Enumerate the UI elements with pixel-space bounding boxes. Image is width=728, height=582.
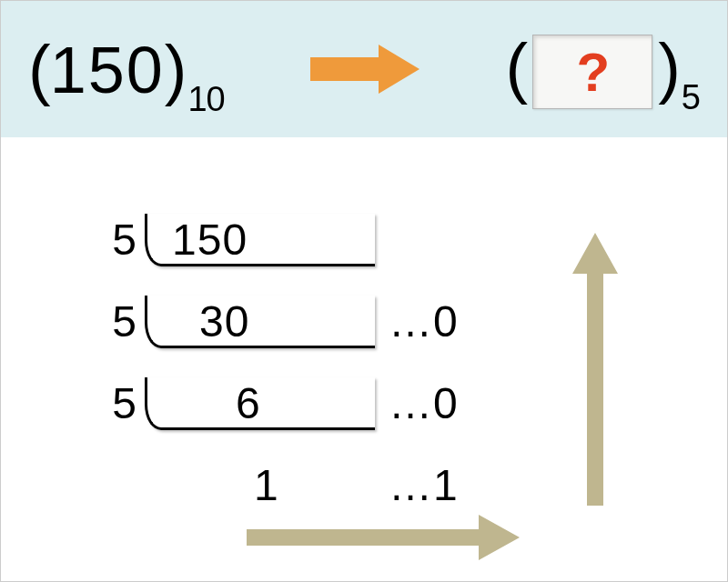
open-paren: ( (28, 31, 50, 108)
open-paren: ( (506, 29, 528, 106)
close-paren: ) (165, 31, 187, 108)
source-number: ( 150 ) 10 (28, 31, 225, 108)
svg-marker-2 (247, 515, 520, 560)
remainder: …1 (389, 460, 459, 510)
dividend: 6 (145, 378, 372, 428)
division-step: 5 150 (92, 192, 459, 265)
answer-box: ? (532, 35, 652, 109)
svg-marker-1 (572, 233, 618, 506)
target-base: 5 (682, 78, 700, 117)
dividend: 30 (145, 296, 372, 346)
division-step: 5 30 …0 (92, 274, 459, 346)
source-value: 150 (50, 33, 165, 107)
base-conversion-diagram: ( 150 ) 10 ( ? ) 5 5 150 5 30 …0 (0, 0, 728, 582)
conversion-header: ( 150 ) 10 ( ? ) 5 (1, 1, 727, 137)
source-base: 10 (187, 80, 224, 119)
arrow-right-icon (301, 37, 429, 101)
svg-marker-0 (310, 45, 420, 94)
read-right-arrow (247, 515, 520, 564)
remainder: …0 (389, 378, 459, 428)
arrow-up-icon (572, 233, 618, 506)
read-up-arrow (572, 233, 618, 509)
division-step: 5 1 …1 (92, 437, 459, 510)
dividend: 150 (145, 215, 372, 265)
arrow-right-icon (247, 515, 520, 560)
remainder: …0 (389, 296, 459, 346)
divisor: 5 (92, 215, 137, 265)
divisor: 5 (92, 296, 137, 346)
dividend: 1 (145, 460, 372, 510)
divisor: 5 (92, 378, 137, 428)
conversion-arrow (297, 37, 433, 101)
division-step: 5 6 …0 (92, 356, 459, 428)
question-mark-icon: ? (576, 41, 609, 104)
target-number: ( ? ) 5 (506, 29, 700, 110)
close-paren: ) (658, 29, 680, 106)
repeated-division: 5 150 5 30 …0 5 6 …0 5 1 …1 (92, 192, 459, 519)
